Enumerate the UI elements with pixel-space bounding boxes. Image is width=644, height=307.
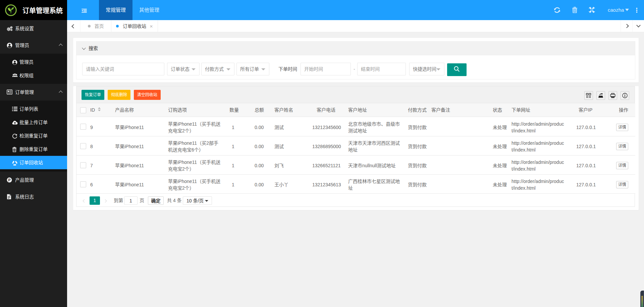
svg-text:P: P (8, 178, 10, 182)
